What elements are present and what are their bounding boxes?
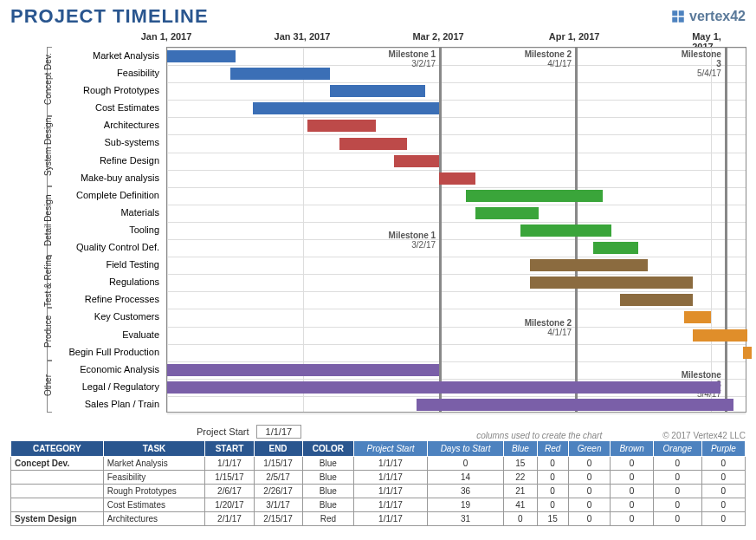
table-cell: 1/20/17 (205, 498, 254, 512)
table-cell: 0 (701, 512, 745, 526)
table-cell: 0 (653, 498, 701, 512)
table-cell: 0 (568, 485, 611, 498)
table-cell: 0 (701, 498, 745, 512)
task-label: Materials (10, 204, 163, 221)
table-cell: 1/1/17 (205, 457, 254, 471)
table-cell: 0 (611, 485, 653, 498)
table-cell: 36 (427, 485, 503, 498)
date-axis-label: Mar 2, 2017 (412, 31, 463, 42)
data-table: CATEGORYTASKSTARTENDCOLORProject StartDa… (10, 440, 746, 526)
table-cell (11, 498, 104, 512)
project-start-label: Project Start (197, 426, 249, 437)
table-header: END (254, 441, 302, 457)
copyright: © 2017 Vertex42 LLC (662, 431, 746, 440)
table-cell: 0 (653, 512, 701, 526)
task-bar (330, 85, 425, 97)
table-cell (11, 485, 104, 498)
milestone-line (725, 48, 727, 412)
table-cell: 22 (504, 471, 537, 485)
table-cell: 2/1/17 (205, 512, 254, 526)
milestone-label: Milestone 35/4/17 (682, 49, 725, 78)
table-cell: 2/26/17 (254, 485, 302, 498)
task-label: Cost Estimates (10, 99, 163, 116)
table-cell: 1/15/17 (205, 471, 254, 485)
task-bar (167, 50, 236, 62)
milestone-label: Milestone 13/2/17 (389, 49, 439, 68)
table-cell: 0 (701, 485, 745, 498)
table-cell: Cost Estimates (103, 498, 205, 512)
date-axis-label: Apr 1, 2017 (549, 31, 600, 42)
table-cell: 0 (537, 498, 568, 512)
task-label: Rough Prototypes (10, 81, 163, 99)
chart-plot-area: Milestone 13/2/17Milestone 13/2/17Milest… (166, 47, 746, 413)
task-label: Quality Control Def. (10, 238, 163, 256)
table-cell: 0 (653, 471, 701, 485)
task-label: Tooling (10, 221, 163, 238)
task-bar (167, 364, 439, 376)
task-bar (339, 138, 408, 150)
table-cell: 0 (427, 457, 503, 471)
task-label: Complete Definition (10, 186, 163, 204)
task-label: Make-buy analysis (10, 169, 163, 186)
table-cell: 0 (537, 471, 568, 485)
milestone-label: Milestone 24/1/17 (525, 49, 575, 68)
table-cell: 0 (537, 485, 568, 498)
project-start-value: 1/1/17 (256, 425, 302, 439)
table-cell: 1/1/17 (354, 498, 428, 512)
task-label: Economic Analysis (10, 361, 163, 378)
table-cell: Blue (302, 485, 354, 498)
table-cell: System Design (11, 512, 104, 526)
table-header: Red (537, 441, 568, 457)
table-cell: 0 (537, 457, 568, 471)
date-axis-label: Jan 1, 2017 (141, 31, 192, 42)
table-header: Blue (504, 441, 537, 457)
table-cell: 31 (427, 512, 503, 526)
task-bar (230, 68, 330, 80)
task-label: Field Testing (10, 256, 163, 273)
task-label: Begin Full Production (10, 343, 163, 361)
table-cell: 41 (504, 498, 537, 512)
table-cell: 15 (537, 512, 568, 526)
table-cell: 0 (568, 471, 611, 485)
task-bar (684, 311, 711, 323)
task-label: Sub-systems (10, 133, 163, 151)
task-bar (520, 224, 611, 237)
table-cell: 1/1/17 (354, 457, 428, 471)
task-bar (743, 347, 752, 359)
date-axis-label: Jan 31, 2017 (275, 31, 331, 42)
table-cell: 2/15/17 (254, 512, 302, 526)
table-cell: Blue (302, 498, 354, 512)
table-cell: Market Analysis (103, 457, 205, 471)
table-cell: 0 (504, 512, 537, 526)
table-row: Concept Dev.Market Analysis1/1/171/15/17… (11, 457, 746, 471)
table-header: Project Start (354, 441, 428, 457)
task-bar (307, 120, 376, 132)
task-label: Architectures (10, 116, 163, 133)
table-cell: 0 (701, 457, 745, 471)
task-label: Refine Design (10, 152, 163, 169)
task-bar (475, 207, 539, 219)
table-header: Days to Start (427, 441, 503, 457)
task-bar (439, 172, 475, 185)
table-cell: Concept Dev. (11, 457, 104, 471)
table-header: Purple (701, 441, 745, 457)
task-bar (620, 294, 693, 306)
milestone-label: Milestone 24/1/17 (525, 318, 575, 337)
milestone-label: Milestone 13/2/17 (389, 231, 439, 250)
table-cell: 2/6/17 (205, 485, 254, 498)
logo-icon (670, 9, 686, 24)
table-cell: 1/15/17 (254, 457, 302, 471)
task-bar (417, 399, 733, 411)
table-cell: 0 (653, 457, 701, 471)
table-header: COLOR (302, 441, 354, 457)
table-row: Feasibility1/15/172/5/17Blue1/1/17142200… (11, 471, 746, 485)
table-cell: 1/1/17 (354, 471, 428, 485)
task-label: Market Analysis (10, 47, 163, 64)
table-cell: 1/1/17 (354, 485, 428, 498)
task-label: Refine Processes (10, 290, 163, 308)
task-label: Regulations (10, 273, 163, 290)
table-cell: 1/1/17 (354, 512, 428, 526)
task-bar (167, 381, 720, 394)
table-cell: 0 (653, 485, 701, 498)
table-cell: 0 (568, 512, 611, 526)
